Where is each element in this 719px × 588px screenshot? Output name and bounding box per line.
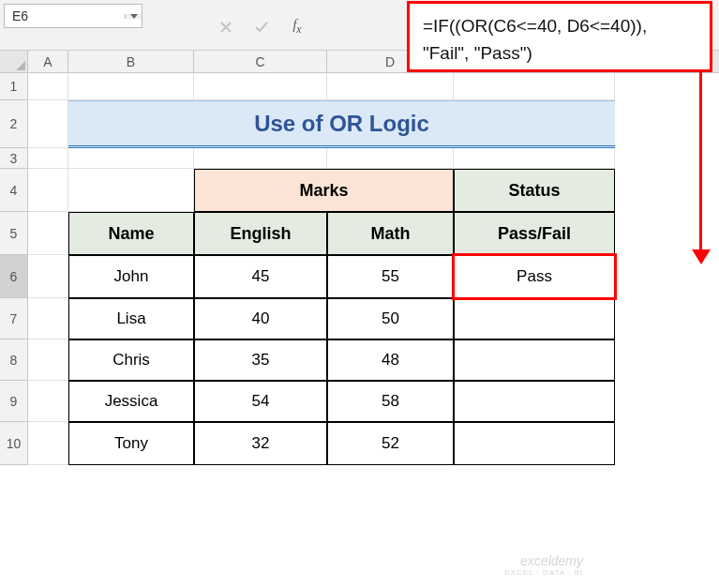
row-header-4[interactable]: 4 bbox=[0, 169, 28, 212]
cell-B6[interactable]: John bbox=[68, 255, 194, 298]
status-header[interactable]: Status bbox=[454, 169, 615, 212]
cell-A2[interactable] bbox=[28, 100, 68, 148]
cell-B7[interactable]: Lisa bbox=[68, 298, 194, 339]
cell-E8[interactable] bbox=[454, 339, 615, 381]
callout-arrow-head bbox=[692, 249, 711, 264]
cell-A6[interactable] bbox=[28, 255, 68, 298]
name-box[interactable]: E6 bbox=[4, 4, 142, 28]
title-cell[interactable]: Use of OR Logic bbox=[68, 100, 615, 148]
watermark-line2: EXCEL · DATA · BI bbox=[504, 568, 583, 577]
row-header-10[interactable]: 10 bbox=[0, 422, 28, 465]
cell-E7[interactable] bbox=[454, 298, 615, 339]
row-header-5[interactable]: 5 bbox=[0, 212, 28, 255]
row-1: 1 bbox=[0, 73, 719, 100]
cell-C8[interactable]: 35 bbox=[194, 339, 327, 381]
cell-D6[interactable]: 55 bbox=[327, 255, 454, 298]
x-icon bbox=[219, 21, 232, 34]
confirm-formula-button[interactable] bbox=[253, 19, 270, 36]
cell-D9[interactable]: 58 bbox=[327, 381, 454, 422]
cell-E3[interactable] bbox=[454, 148, 615, 169]
row-8: 8 Chris 35 48 bbox=[0, 339, 719, 381]
row-header-8[interactable]: 8 bbox=[0, 339, 28, 381]
cancel-formula-button[interactable] bbox=[217, 19, 234, 36]
row-header-7[interactable]: 7 bbox=[0, 298, 28, 339]
spreadsheet-grid: 1 2 Use of OR Logic 3 4 Marks Status 5 N… bbox=[0, 73, 719, 465]
row-9: 9 Jessica 54 58 bbox=[0, 381, 719, 422]
cell-A10[interactable] bbox=[28, 422, 68, 465]
formula-callout: =IF((OR(C6<=40, D6<=40)), "Fail", "Pass"… bbox=[407, 1, 712, 72]
name-box-dropdown[interactable] bbox=[125, 14, 142, 19]
marks-header[interactable]: Marks bbox=[194, 169, 454, 212]
passfail-header[interactable]: Pass/Fail bbox=[454, 212, 615, 255]
cell-C9[interactable]: 54 bbox=[194, 381, 327, 422]
cell-B10[interactable]: Tony bbox=[68, 422, 194, 465]
row-header-3[interactable]: 3 bbox=[0, 148, 28, 169]
select-all-corner[interactable] bbox=[0, 51, 28, 72]
name-box-value: E6 bbox=[5, 7, 125, 25]
cell-D10[interactable]: 52 bbox=[327, 422, 454, 465]
row-header-6[interactable]: 6 bbox=[0, 255, 28, 298]
cell-A9[interactable] bbox=[28, 381, 68, 422]
row-6: 6 John 45 55 Pass bbox=[0, 255, 719, 298]
cell-E1[interactable] bbox=[454, 73, 615, 100]
col-header-A[interactable]: A bbox=[28, 51, 68, 72]
cell-C3[interactable] bbox=[194, 148, 327, 169]
check-icon bbox=[254, 21, 269, 34]
fx-button[interactable]: fx bbox=[289, 19, 306, 36]
cell-C10[interactable]: 32 bbox=[194, 422, 327, 465]
cell-B9[interactable]: Jessica bbox=[68, 381, 194, 422]
chevron-down-icon bbox=[130, 14, 138, 19]
callout-arrow-line bbox=[699, 72, 702, 255]
name-header[interactable]: Name bbox=[68, 212, 194, 255]
watermark: exceldemy EXCEL · DATA · BI bbox=[504, 553, 583, 577]
row-header-2[interactable]: 2 bbox=[0, 100, 28, 148]
cell-C6[interactable]: 45 bbox=[194, 255, 327, 298]
cell-E10[interactable] bbox=[454, 422, 615, 465]
row-header-9[interactable]: 9 bbox=[0, 381, 28, 422]
fx-icon: fx bbox=[292, 18, 301, 36]
row-header-1[interactable]: 1 bbox=[0, 73, 28, 100]
cell-B1[interactable] bbox=[68, 73, 194, 100]
formula-line-2: "Fail", "Pass") bbox=[423, 40, 697, 68]
cell-D8[interactable]: 48 bbox=[327, 339, 454, 381]
cell-A3[interactable] bbox=[28, 148, 68, 169]
cell-E6[interactable]: Pass bbox=[454, 255, 615, 298]
cell-E9[interactable] bbox=[454, 381, 615, 422]
cell-D1[interactable] bbox=[327, 73, 454, 100]
cell-C7[interactable]: 40 bbox=[194, 298, 327, 339]
cell-C1[interactable] bbox=[194, 73, 327, 100]
cell-A4[interactable] bbox=[28, 169, 68, 212]
row-4: 4 Marks Status bbox=[0, 169, 719, 212]
cell-A5[interactable] bbox=[28, 212, 68, 255]
col-header-C[interactable]: C bbox=[194, 51, 327, 72]
formula-line-1: =IF((OR(C6<=40, D6<=40)), bbox=[423, 13, 697, 40]
row-7: 7 Lisa 40 50 bbox=[0, 298, 719, 339]
row-5: 5 Name English Math Pass/Fail bbox=[0, 212, 719, 255]
row-3: 3 bbox=[0, 148, 719, 169]
math-header[interactable]: Math bbox=[327, 212, 454, 255]
cell-B8[interactable]: Chris bbox=[68, 339, 194, 381]
english-header[interactable]: English bbox=[194, 212, 327, 255]
cell-B3[interactable] bbox=[68, 148, 194, 169]
cell-D3[interactable] bbox=[327, 148, 454, 169]
row-2: 2 Use of OR Logic bbox=[0, 100, 719, 148]
col-header-B[interactable]: B bbox=[68, 51, 194, 72]
cell-D7[interactable]: 50 bbox=[327, 298, 454, 339]
formula-bar-buttons: fx bbox=[217, 4, 306, 50]
cell-B4[interactable] bbox=[68, 169, 194, 212]
cell-A8[interactable] bbox=[28, 339, 68, 381]
cell-A7[interactable] bbox=[28, 298, 68, 339]
cell-A1[interactable] bbox=[28, 73, 68, 100]
row-10: 10 Tony 32 52 bbox=[0, 422, 719, 465]
watermark-line1: exceldemy bbox=[504, 553, 583, 568]
